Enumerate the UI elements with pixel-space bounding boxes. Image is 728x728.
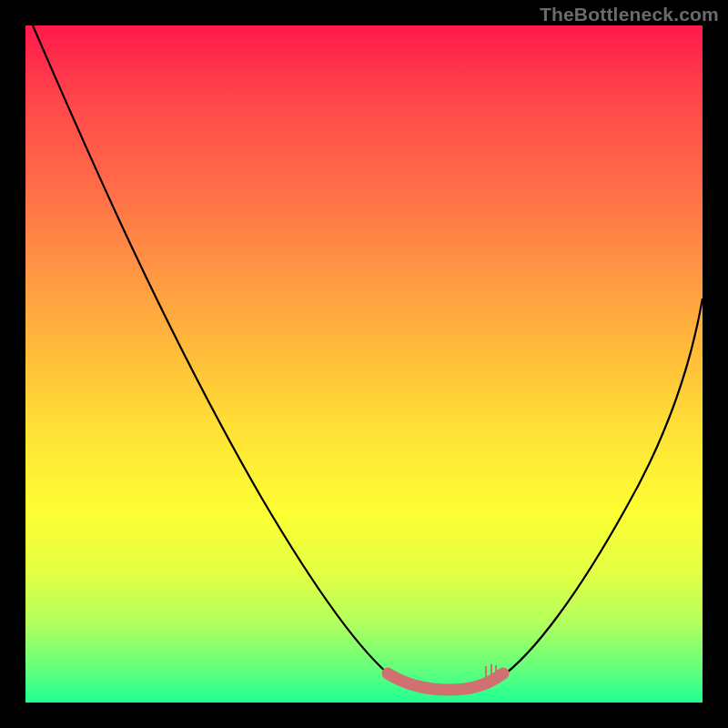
curve-layer: [25, 25, 703, 703]
curve-left: [33, 25, 394, 679]
chart-frame: TheBottleneck.com: [0, 0, 728, 728]
curve-right: [499, 298, 703, 679]
plot-area: [25, 25, 703, 703]
watermark-text: TheBottleneck.com: [540, 4, 719, 25]
